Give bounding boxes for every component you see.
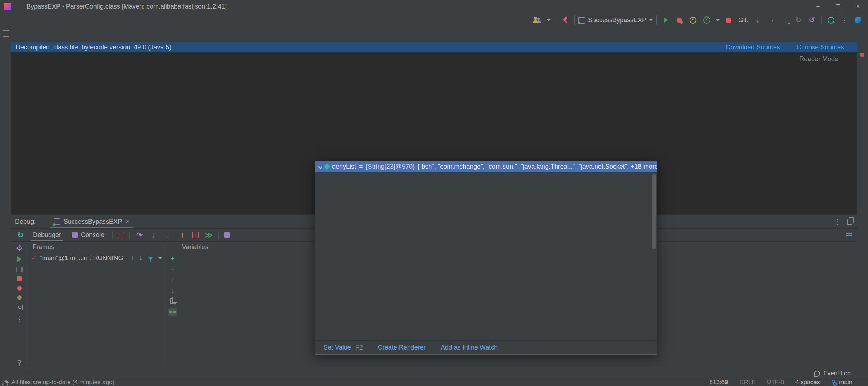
- debug-window-label: Debug:: [15, 218, 36, 226]
- stop-process-icon[interactable]: [17, 276, 22, 281]
- view-breakpoints-icon[interactable]: [17, 286, 22, 291]
- run-config-dropdown-icon: [649, 19, 653, 21]
- branch-icon: [831, 380, 837, 386]
- minimize-button[interactable]: –: [808, 0, 828, 13]
- run-config-label: SuccessBypassEXP: [588, 16, 646, 24]
- tool-window-bar: Event Log: [0, 368, 868, 378]
- thread-dump-camera-icon[interactable]: [16, 305, 23, 310]
- popup-scrollbar[interactable]: [652, 174, 656, 249]
- git-push-icon[interactable]: →: [767, 16, 775, 24]
- thread-check-icon: ✓: [31, 254, 36, 262]
- git-update-icon[interactable]: ↓: [753, 16, 762, 24]
- encoding-indicator[interactable]: UTF-8: [767, 379, 784, 386]
- array-tag-icon: [324, 163, 330, 170]
- maximize-button[interactable]: [828, 0, 848, 13]
- debug-left-toolbar: ⚙ ⋮: [11, 242, 28, 368]
- status-bar: All files are up-to-date (4 minutes ago)…: [0, 378, 868, 386]
- settings-gear-icon[interactable]: ⚙: [16, 244, 23, 252]
- frames-panel: Frames ✓ "main"@1 in ...in": RUNNING ↑ ↓: [28, 242, 165, 368]
- project-tool-icon[interactable]: [3, 30, 9, 37]
- banner-message: Decompiled .class file, bytecode version…: [16, 44, 171, 51]
- show-watches-glasses-icon[interactable]: [168, 308, 177, 316]
- status-message: All files are up-to-date (4 minutes ago): [11, 379, 114, 386]
- toolbar-divider: [129, 231, 130, 239]
- maximize-icon: [836, 4, 840, 9]
- git-push-protected-icon[interactable]: →: [780, 16, 789, 24]
- tab-console[interactable]: ›_Console: [69, 229, 107, 241]
- users-dropdown-icon[interactable]: [547, 19, 551, 21]
- caret-position[interactable]: 813:69: [710, 379, 728, 386]
- event-log-label: Event Log: [823, 370, 851, 377]
- coverage-button[interactable]: [689, 16, 697, 24]
- stop-button[interactable]: [725, 16, 733, 24]
- mute-breakpoints-stripe-icon[interactable]: [17, 295, 22, 300]
- hide-library-frames-filter-icon[interactable]: [148, 257, 153, 260]
- toolbar-divider: [556, 16, 556, 24]
- remove-watch-icon[interactable]: −: [171, 266, 175, 272]
- more-debug-options-icon[interactable]: ⋮: [16, 315, 23, 323]
- pause-program-icon[interactable]: [16, 267, 23, 272]
- git-history-icon[interactable]: ↻: [794, 16, 803, 24]
- download-sources-link[interactable]: Download Sources: [726, 44, 780, 51]
- run-config-icon: [578, 17, 585, 24]
- close-button[interactable]: ×: [848, 0, 868, 13]
- rerun-icon[interactable]: ↻: [16, 231, 25, 239]
- step-into-icon[interactable]: ↓: [149, 231, 158, 239]
- step-over-icon[interactable]: ↷: [135, 231, 144, 239]
- notifications-icon[interactable]: [854, 16, 862, 24]
- title-bar: BypassEXP - ParserConfig.class [Maven: c…: [0, 0, 868, 13]
- pin-tab-icon[interactable]: [18, 360, 21, 363]
- set-value-link[interactable]: Set Value: [324, 344, 351, 351]
- create-renderer-link[interactable]: Create Renderer: [378, 344, 426, 351]
- navigation-bar: SuccessBypassEXP Git: ↓ → → ↻ ↺ ⋮: [0, 13, 868, 28]
- session-app-icon: [54, 218, 60, 225]
- choose-sources-link[interactable]: Choose Sources...: [797, 44, 849, 51]
- profiler-dropdown-icon[interactable]: [716, 19, 720, 21]
- more-options-kebab-icon[interactable]: ⋮: [840, 16, 849, 24]
- git-rollback-icon[interactable]: ↺: [808, 16, 816, 24]
- debug-layout-icon[interactable]: [847, 219, 852, 225]
- step-out-icon[interactable]: ↑: [178, 231, 187, 239]
- toolbar-divider: [821, 16, 822, 24]
- git-branch-widget[interactable]: main: [831, 379, 852, 386]
- event-log-button[interactable]: Event Log: [814, 370, 851, 377]
- move-watch-down-icon[interactable]: ↓: [171, 287, 174, 294]
- force-step-into-icon[interactable]: ↓: [163, 231, 173, 239]
- popup-var-preview: ["bsh", "com.mchange", "com.sun.", "java…: [418, 163, 657, 170]
- tab-debugger[interactable]: Debugger: [30, 229, 64, 241]
- evaluate-expression-icon[interactable]: ›_: [224, 232, 230, 238]
- line-ending-indicator[interactable]: CRLF: [740, 379, 755, 386]
- debug-kebab-icon[interactable]: ⋮: [834, 217, 841, 226]
- debug-session-tab[interactable]: SuccessBypassEXP ×: [50, 215, 133, 228]
- layout-grid-icon[interactable]: [846, 233, 852, 237]
- popup-footer: Set Value F2 Create Renderer Add as Inli…: [315, 340, 657, 354]
- resume-program-icon[interactable]: [17, 256, 22, 262]
- run-button[interactable]: [662, 16, 670, 24]
- mute-breakpoints-icon[interactable]: [118, 232, 124, 238]
- run-to-cursor-icon[interactable]: ≫: [204, 231, 213, 239]
- thread-selector[interactable]: ✓ "main"@1 in ...in": RUNNING ↑ ↓: [28, 252, 165, 264]
- session-tab-label: SuccessBypassEXP: [64, 218, 122, 226]
- run-configuration-select[interactable]: SuccessBypassEXP: [574, 15, 657, 25]
- drop-frame-icon[interactable]: ↓: [192, 232, 199, 238]
- search-everywhere-icon[interactable]: [827, 16, 835, 24]
- next-frame-icon[interactable]: ↓: [139, 254, 143, 262]
- add-watch-icon[interactable]: +: [171, 255, 175, 262]
- indent-indicator[interactable]: 4 spaces: [795, 379, 820, 386]
- reader-mode-label[interactable]: Reader Mode: [799, 55, 838, 63]
- popup-eq: =: [359, 163, 363, 170]
- build-hammer-icon[interactable]: [561, 16, 569, 24]
- window-controls: – ×: [808, 0, 868, 13]
- popup-header-row[interactable]: denyList = {String[23]@570} ["bsh", "com…: [315, 161, 657, 172]
- duplicate-watch-icon[interactable]: [170, 298, 176, 304]
- files-status-icon: [4, 380, 9, 385]
- add-inline-watch-link[interactable]: Add as Inline Watch: [441, 344, 498, 351]
- debug-button[interactable]: [675, 16, 684, 24]
- move-watch-up-icon[interactable]: ↑: [171, 277, 174, 283]
- code-with-me-users-icon[interactable]: [533, 16, 542, 24]
- thread-dropdown-icon[interactable]: [158, 257, 162, 259]
- profiler-button[interactable]: [702, 16, 711, 24]
- right-tool-stripe: [857, 27, 868, 368]
- prev-frame-icon[interactable]: ↑: [131, 254, 134, 262]
- session-close-icon[interactable]: ×: [125, 218, 129, 226]
